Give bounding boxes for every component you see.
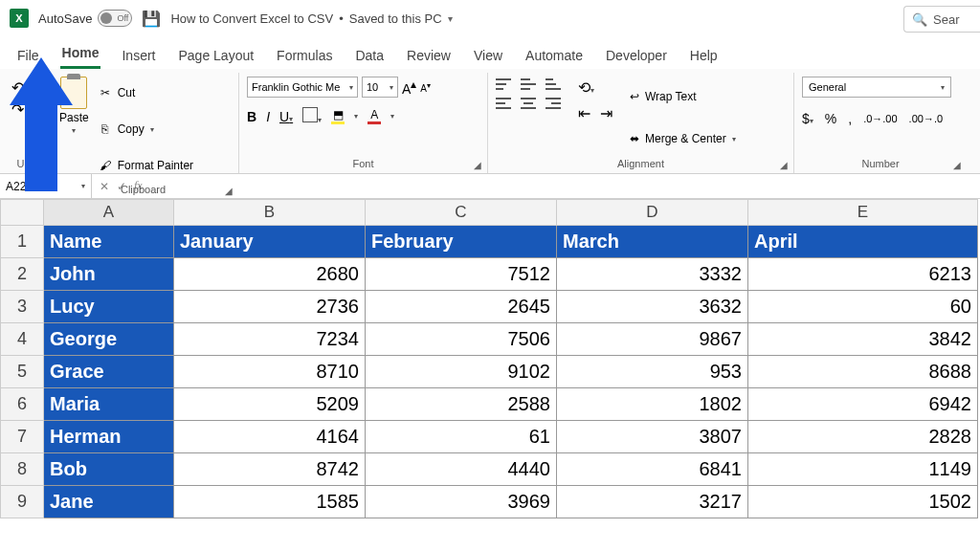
- cell[interactable]: 3842: [748, 323, 978, 356]
- cell[interactable]: March: [557, 226, 748, 258]
- font-color-button[interactable]: A: [368, 108, 381, 124]
- cut-button[interactable]: ✂Cut: [99, 77, 193, 109]
- cell[interactable]: April: [748, 226, 978, 258]
- cell[interactable]: 1585: [174, 486, 366, 518]
- cell[interactable]: 3632: [557, 291, 748, 323]
- select-all-corner[interactable]: [0, 199, 44, 226]
- currency-button[interactable]: $▾: [802, 111, 813, 126]
- cell[interactable]: George: [44, 323, 174, 356]
- col-header-e[interactable]: E: [748, 199, 978, 226]
- cell[interactable]: 3969: [366, 486, 557, 518]
- align-top-icon[interactable]: [496, 78, 511, 90]
- comma-button[interactable]: ,: [848, 111, 852, 126]
- align-right-icon[interactable]: [546, 98, 561, 109]
- toggle-switch[interactable]: Off: [98, 10, 132, 27]
- row-header[interactable]: 4: [0, 323, 44, 356]
- save-icon[interactable]: 💾: [142, 10, 161, 28]
- cell[interactable]: 2588: [366, 388, 557, 421]
- row-header[interactable]: 8: [0, 453, 44, 486]
- cell[interactable]: 4440: [366, 453, 557, 486]
- cell[interactable]: Bob: [44, 453, 174, 486]
- tab-formulas[interactable]: Formulas: [275, 42, 334, 69]
- percent-button[interactable]: %: [825, 111, 836, 126]
- dialog-launcher-icon[interactable]: ◢: [225, 186, 233, 196]
- cell[interactable]: 6841: [557, 453, 748, 486]
- autosave-toggle[interactable]: AutoSave Off: [38, 10, 132, 27]
- fill-color-button[interactable]: ⬒: [331, 108, 345, 124]
- cell[interactable]: 6942: [748, 388, 978, 421]
- row-header[interactable]: 7: [0, 421, 44, 453]
- cell[interactable]: 3807: [557, 421, 748, 453]
- row-header[interactable]: 1: [0, 226, 44, 258]
- cell[interactable]: 5209: [174, 388, 366, 421]
- cell[interactable]: John: [44, 258, 174, 291]
- copy-button[interactable]: ⎘Copy▾: [99, 113, 193, 145]
- tab-insert[interactable]: Insert: [120, 42, 157, 69]
- col-header-a[interactable]: A: [44, 199, 174, 226]
- cell[interactable]: Maria: [44, 388, 174, 421]
- merge-center-button[interactable]: ⬌Merge & Center▾: [630, 122, 736, 155]
- row-header[interactable]: 3: [0, 291, 44, 323]
- row-header[interactable]: 6: [0, 388, 44, 421]
- decrease-decimal-icon[interactable]: .00→.0: [909, 113, 943, 124]
- cell[interactable]: 2828: [748, 421, 978, 453]
- redo-icon[interactable]: ↷: [11, 100, 24, 119]
- cell[interactable]: 6213: [748, 258, 978, 291]
- tab-review[interactable]: Review: [405, 42, 453, 69]
- increase-indent-icon[interactable]: ⇥: [600, 104, 612, 122]
- cell[interactable]: Lucy: [44, 291, 174, 323]
- align-middle-icon[interactable]: [521, 78, 536, 90]
- decrease-indent-icon[interactable]: ⇤: [578, 104, 590, 122]
- tab-file[interactable]: File: [15, 42, 41, 69]
- cell[interactable]: 3217: [557, 486, 748, 518]
- font-size-dropdown[interactable]: 10▾: [362, 77, 398, 98]
- tab-data[interactable]: Data: [353, 42, 386, 69]
- tab-automate[interactable]: Automate: [523, 42, 585, 69]
- decrease-font-icon[interactable]: A▾: [420, 80, 431, 94]
- chevron-down-icon[interactable]: ▾: [354, 112, 358, 121]
- cell[interactable]: Jane: [44, 486, 174, 518]
- cell[interactable]: 1149: [748, 453, 978, 486]
- col-header-c[interactable]: C: [366, 199, 557, 226]
- dialog-launcher-icon[interactable]: ◢: [780, 160, 788, 170]
- cell[interactable]: Herman: [44, 421, 174, 453]
- cell[interactable]: 9102: [366, 356, 557, 388]
- cell[interactable]: 4164: [174, 421, 366, 453]
- document-title[interactable]: How to Convert Excel to CSV • Saved to t…: [170, 11, 452, 26]
- bold-button[interactable]: B: [247, 109, 256, 124]
- align-center-icon[interactable]: [521, 98, 536, 109]
- cell[interactable]: 2645: [366, 291, 557, 323]
- col-header-b[interactable]: B: [174, 199, 366, 226]
- tab-view[interactable]: View: [472, 42, 504, 69]
- row-header[interactable]: 9: [0, 486, 44, 518]
- tab-page-layout[interactable]: Page Layout: [176, 42, 256, 69]
- cell[interactable]: 2736: [174, 291, 366, 323]
- orientation-icon[interactable]: ⟲▾: [578, 78, 594, 97]
- cell[interactable]: Grace: [44, 356, 174, 388]
- cell[interactable]: 8688: [748, 356, 978, 388]
- undo-icon[interactable]: ↶▾: [11, 78, 28, 97]
- increase-font-icon[interactable]: A▴: [402, 77, 416, 97]
- chevron-down-icon[interactable]: ▾: [72, 126, 76, 135]
- cell[interactable]: 1802: [557, 388, 748, 421]
- cell[interactable]: 3332: [557, 258, 748, 291]
- font-name-dropdown[interactable]: Franklin Gothic Me▾: [247, 77, 358, 98]
- search-input[interactable]: 🔍 Sear: [903, 6, 980, 33]
- border-button[interactable]: ▾: [302, 107, 322, 125]
- chevron-down-icon[interactable]: ▾: [390, 112, 394, 121]
- dialog-launcher-icon[interactable]: ◢: [474, 160, 481, 170]
- dialog-launcher-icon[interactable]: ◢: [953, 160, 961, 170]
- align-left-icon[interactable]: [496, 98, 511, 109]
- cell[interactable]: 61: [366, 421, 557, 453]
- cell[interactable]: February: [366, 226, 557, 258]
- cell[interactable]: 7512: [366, 258, 557, 291]
- cell[interactable]: 60: [748, 291, 978, 323]
- underline-button[interactable]: U▾: [279, 109, 293, 124]
- wrap-text-button[interactable]: ↩Wrap Text: [630, 80, 736, 113]
- cell[interactable]: 2680: [174, 258, 366, 291]
- italic-button[interactable]: I: [266, 109, 270, 124]
- increase-decimal-icon[interactable]: .0→.00: [863, 113, 897, 124]
- row-header[interactable]: 2: [0, 258, 44, 291]
- align-bottom-icon[interactable]: [546, 78, 561, 90]
- cell[interactable]: 1502: [748, 486, 978, 518]
